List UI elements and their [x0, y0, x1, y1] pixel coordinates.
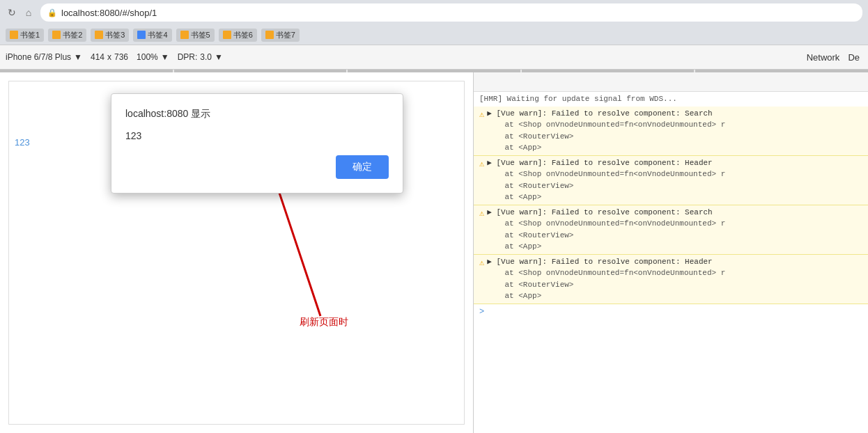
dpr-display[interactable]: DPR: 3.0 ▼: [178, 52, 223, 62]
devtools-console: [HMR] Waiting for update signal from WDS…: [474, 72, 868, 433]
alert-dialog: localhost:8080 显示 123 确定: [111, 93, 403, 194]
bookmark-item[interactable]: 书签2: [48, 29, 86, 42]
console-prompt[interactable]: >: [474, 304, 868, 320]
browser-viewport: 123 localhost:8080 显示 123 确定 刷新页面时: [0, 72, 474, 433]
devtools-responsive-bar: iPhone 6/7/8 Plus ▼ 414 x 736 100% ▼ DPR…: [0, 45, 868, 70]
bookmark-item[interactable]: 书签7: [261, 29, 300, 42]
dpr-value: 3.0: [200, 52, 212, 62]
viewport-width: 414: [91, 52, 104, 62]
address-bar[interactable]: 🔒 localhost:8080/#/shop/1: [40, 3, 862, 22]
alert-title: localhost:8080 显示: [125, 108, 389, 120]
console-warning-3: ⚠ ▶ [Vue warn]: Failed to resolve compon…: [474, 205, 868, 255]
reload-button[interactable]: ↻: [6, 6, 18, 19]
device-selector[interactable]: iPhone 6/7/8 Plus ▼: [6, 52, 82, 62]
zoom-dropdown-icon: ▼: [161, 52, 169, 62]
viewport-height: 736: [114, 52, 128, 62]
cross-symbol: x: [107, 52, 111, 62]
bookmarks-bar: 书签1 书签2 书签3 书签4 书签5 书签6 书签7: [0, 25, 868, 45]
warning-icon: ⚠: [479, 158, 484, 171]
alert-message: 123: [125, 130, 389, 141]
console-warning-2: ⚠ ▶ [Vue warn]: Failed to resolve compon…: [474, 156, 868, 205]
page-number: 123: [15, 137, 30, 148]
alert-ok-button[interactable]: 确定: [336, 155, 389, 179]
console-warning-1: ⚠ ▶ [Vue warn]: Failed to resolve compon…: [474, 107, 868, 156]
zoom-value: 100%: [137, 52, 158, 62]
dpr-label: DPR:: [178, 52, 198, 62]
bookmark-item[interactable]: 书签3: [91, 29, 129, 42]
address-text: localhost:8080/#/shop/1: [61, 8, 157, 18]
bookmark-item[interactable]: 书签6: [219, 29, 257, 42]
console-line: [HMR] Waiting for update signal from WDS…: [474, 92, 868, 107]
bookmark-item[interactable]: 书签4: [133, 29, 171, 42]
bookmark-item[interactable]: 书签5: [176, 29, 215, 42]
home-button[interactable]: ⌂: [22, 6, 35, 19]
prompt-symbol: >: [479, 307, 484, 317]
warning-icon: ⚠: [479, 109, 484, 121]
dimensions-display: 414 x 736: [91, 52, 128, 62]
warning-icon: ⚠: [479, 207, 484, 220]
bookmark-item[interactable]: 书签1: [6, 29, 44, 42]
dpr-dropdown-icon: ▼: [215, 52, 223, 62]
device-dropdown-icon: ▼: [74, 52, 82, 62]
browser-top-bar: ↻ ⌂ 🔒 localhost:8080/#/shop/1: [0, 0, 868, 25]
de-tab[interactable]: De: [845, 49, 862, 65]
network-tab[interactable]: Network: [801, 49, 846, 65]
lock-icon: 🔒: [47, 8, 57, 17]
annotation-text: 刷新页面时: [300, 316, 348, 329]
console-warning-4: ⚠ ▶ [Vue warn]: Failed to resolve compon…: [474, 255, 868, 304]
device-name: iPhone 6/7/8 Plus: [6, 52, 71, 62]
warning-icon: ⚠: [479, 257, 484, 269]
devtools-top-bar: [474, 72, 868, 92]
zoom-display[interactable]: 100% ▼: [137, 52, 169, 62]
